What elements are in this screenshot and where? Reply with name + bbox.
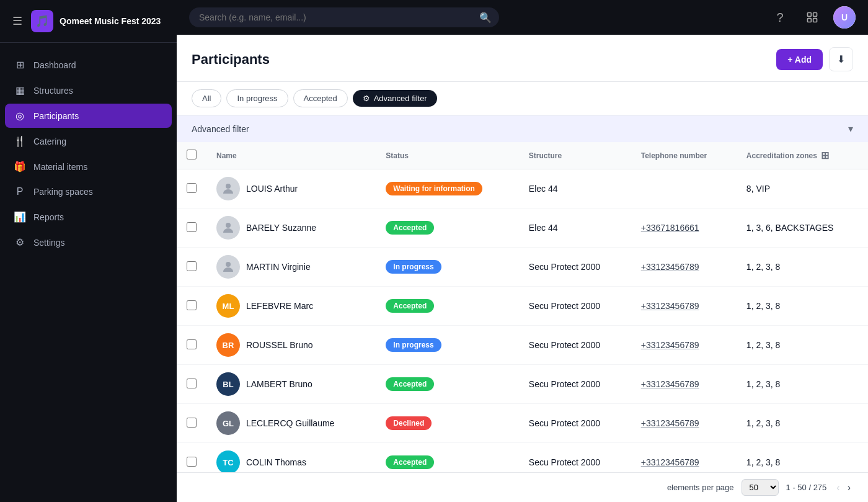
sidebar-item-settings[interactable]: ⚙ Settings <box>5 230 172 254</box>
row-checkbox-cell[interactable] <box>177 208 206 248</box>
phone-link[interactable]: +33123456789 <box>641 301 699 311</box>
phone-link[interactable]: +33123456789 <box>641 379 699 389</box>
table-row: TC COLIN Thomas Accepted Secu Protect 20… <box>177 443 868 473</box>
row-checkbox-cell[interactable] <box>177 365 206 404</box>
table-row: GL LECLERCQ Guillaume Declined Secu Prot… <box>177 404 868 443</box>
row-checkbox-cell[interactable] <box>177 326 206 365</box>
phone-link[interactable]: +33123456789 <box>641 457 699 467</box>
tab-accepted[interactable]: Accepted <box>293 89 348 107</box>
filter-tabs: AllIn progressAccepted⚙ Advanced filter <box>177 82 868 115</box>
sidebar-item-participants[interactable]: ◎ Participants <box>5 104 172 128</box>
download-icon: ⬇ <box>837 54 845 65</box>
avatar: BL <box>216 372 240 396</box>
row-checkbox[interactable] <box>187 300 197 310</box>
phone-link[interactable]: +33123456789 <box>641 340 699 350</box>
sidebar-item-dashboard[interactable]: ⊞ Dashboard <box>5 53 172 77</box>
main-area: 🔍 ? U Participants + Add <box>177 0 868 502</box>
tab-in-progress[interactable]: In progress <box>226 89 288 107</box>
status-badge: In progress <box>386 338 441 352</box>
columns-settings-icon[interactable]: ⊞ <box>821 150 829 161</box>
advanced-filter-bar[interactable]: Advanced filter ▾ <box>177 115 868 142</box>
notifications-icon-button[interactable] <box>801 6 823 29</box>
row-checkbox-cell[interactable] <box>177 248 206 287</box>
advanced-filter-button[interactable]: ⚙ Advanced filter <box>353 90 437 107</box>
table-row: LOUIS Arthur Waiting for information Ele… <box>177 169 868 208</box>
table-row: BL LAMBERT Bruno Accepted Secu Protect 2… <box>177 365 868 404</box>
menu-toggle-button[interactable]: ☰ <box>10 13 25 29</box>
row-name-cell: BR ROUSSEL Bruno <box>206 326 376 365</box>
row-status-cell: In progress <box>376 326 519 365</box>
prev-page-button[interactable]: ‹ <box>834 481 842 495</box>
sidebar-item-label: Structures <box>33 86 73 96</box>
row-checkbox[interactable] <box>187 222 197 232</box>
row-checkbox[interactable] <box>187 339 197 349</box>
row-checkbox[interactable] <box>187 457 197 467</box>
next-page-button[interactable]: › <box>845 481 853 495</box>
row-name-cell: TC COLIN Thomas <box>206 443 376 473</box>
select-all-checkbox[interactable] <box>187 150 197 159</box>
row-checkbox[interactable] <box>187 418 197 428</box>
material-items-icon: 🎁 <box>14 161 26 173</box>
page-header: Participants + Add ⬇ <box>177 35 868 82</box>
sidebar-item-catering[interactable]: 🍴 Catering <box>5 129 172 153</box>
phone-link[interactable]: +33123456789 <box>641 262 699 272</box>
row-status-cell: In progress <box>376 248 519 287</box>
row-checkbox[interactable] <box>187 261 197 271</box>
col-name: Name <box>206 142 376 169</box>
sidebar-item-label: Settings <box>33 238 65 248</box>
participant-name: ROUSSEL Bruno <box>246 340 313 350</box>
row-checkbox[interactable] <box>187 379 197 388</box>
select-all-header[interactable] <box>177 142 206 169</box>
row-checkbox[interactable] <box>187 183 197 193</box>
row-structure-cell: Secu Protect 2000 <box>519 443 631 473</box>
search-icon-button[interactable]: 🔍 <box>479 12 492 24</box>
sidebar-item-label: Dashboard <box>33 60 76 70</box>
phone-link[interactable]: +33123456789 <box>641 418 699 428</box>
row-phone-cell[interactable]: +33123456789 <box>631 443 737 473</box>
phone-link[interactable]: +33671816661 <box>641 223 699 233</box>
add-button[interactable]: + Add <box>776 49 823 70</box>
help-icon-button[interactable]: ? <box>769 6 791 29</box>
row-phone-cell[interactable]: +33671816661 <box>631 208 737 248</box>
search-input[interactable] <box>189 7 499 27</box>
row-checkbox-cell[interactable] <box>177 443 206 473</box>
row-checkbox-cell[interactable] <box>177 404 206 443</box>
per-page-select[interactable]: 102550100 <box>742 479 779 496</box>
row-zones-cell: 8, VIP <box>737 169 868 208</box>
row-checkbox-cell[interactable] <box>177 287 206 326</box>
row-phone-cell[interactable]: +33123456789 <box>631 287 737 326</box>
row-structure-cell: Secu Protect 2000 <box>519 287 631 326</box>
row-phone-cell[interactable]: +33123456789 <box>631 248 737 287</box>
status-badge: Declined <box>386 416 432 430</box>
row-zones-cell: 1, 2, 3, 8 <box>737 404 868 443</box>
dashboard-icon: ⊞ <box>14 59 26 71</box>
sidebar-item-reports[interactable]: 📊 Reports <box>5 205 172 229</box>
row-phone-cell <box>631 169 737 208</box>
avatar: GL <box>216 411 240 435</box>
row-structure-cell: Elec 44 <box>519 208 631 248</box>
row-name-cell: BARELY Suzanne <box>206 208 376 248</box>
row-zones-cell: 1, 3, 6, BACKSTAGES <box>737 208 868 248</box>
row-phone-cell[interactable]: +33123456789 <box>631 365 737 404</box>
status-badge: Waiting for information <box>386 182 482 195</box>
status-badge: Accepted <box>386 377 434 391</box>
row-name-cell: BL LAMBERT Bruno <box>206 365 376 404</box>
participant-name: LAMBERT Bruno <box>246 379 312 389</box>
sidebar-item-structures[interactable]: ▦ Structures <box>5 78 172 102</box>
sidebar-item-material-items[interactable]: 🎁 Material items <box>5 155 172 179</box>
table-row: MARTIN Virginie In progress Secu Protect… <box>177 248 868 287</box>
download-button[interactable]: ⬇ <box>829 47 853 71</box>
row-status-cell: Accepted <box>376 287 519 326</box>
participant-name: LECLERCQ Guillaume <box>246 418 334 428</box>
sidebar-header: ☰ 🎵 Qomeet Music Fest 2023 <box>0 0 177 43</box>
participant-name: LOUIS Arthur <box>246 184 298 194</box>
row-structure-cell: Elec 44 <box>519 169 631 208</box>
filter-icon: ⚙ <box>363 94 370 103</box>
user-avatar-button[interactable]: U <box>833 6 856 29</box>
svg-point-5 <box>226 223 231 228</box>
tab-all[interactable]: All <box>192 89 221 107</box>
row-phone-cell[interactable]: +33123456789 <box>631 404 737 443</box>
row-phone-cell[interactable]: +33123456789 <box>631 326 737 365</box>
row-checkbox-cell[interactable] <box>177 169 206 208</box>
sidebar-item-parking-spaces[interactable]: P Parking spaces <box>5 180 172 204</box>
